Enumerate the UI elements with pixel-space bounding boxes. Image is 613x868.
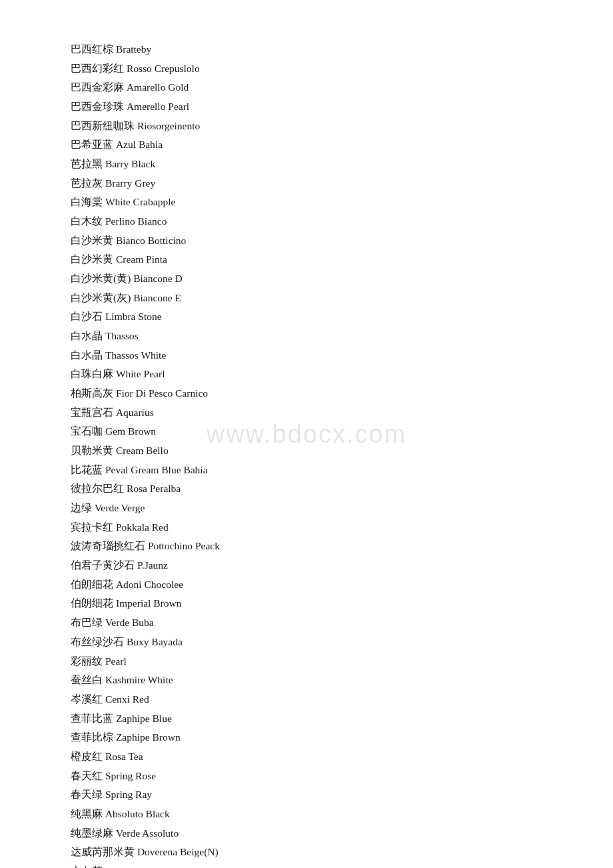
list-item: 岑溪红 Cenxi Red: [71, 690, 542, 709]
list-item: 春天红 Spring Rose: [71, 767, 542, 786]
list-item: 大白花 Big White Flower: [71, 862, 542, 868]
list-item: 白珠白麻 White Pearl: [71, 365, 542, 384]
list-item: 柏斯高灰 Fior Di Pesco Carnico: [71, 384, 542, 403]
list-item: 白沙石 Limbra Stone: [71, 307, 542, 327]
list-item: 巴西金彩麻 Amarello Gold: [71, 78, 542, 97]
list-item: 白沙米黄(黄) Biancone D: [71, 269, 542, 289]
list-item: 白海棠 White Crabapple: [71, 193, 542, 212]
list-item: 比花蓝 Peval Gream Blue Bahia: [71, 461, 542, 480]
list-item: 巴西新纽咖珠 Riosorgeinento: [71, 117, 542, 136]
list-item: 达威芮那米黄 Doverena Beige(N): [71, 843, 542, 862]
list-item: 纯墨绿麻 Verde Assoluto: [71, 824, 542, 843]
list-item: 橙皮红 Rosa Tea: [71, 747, 542, 767]
list-item: 巴希亚蓝 Azul Bahia: [71, 135, 542, 155]
list-item: 纯黑麻 Absoluto Black: [71, 805, 542, 824]
list-item: 白水晶 Thassos White: [71, 346, 542, 365]
list-item: 蚕丝白 Kashmire White: [71, 671, 542, 690]
list-item: 芭拉灰 Brarry Grey: [71, 174, 542, 193]
list-item: 巴西幻彩红 Rosso Crepuslolo: [71, 59, 542, 79]
list-item: 彩丽纹 Pearl: [71, 652, 542, 671]
list-item: 边绿 Verde Verge: [71, 499, 542, 518]
list-item: 波涛奇瑙挑红石 Pottochino Peack: [71, 537, 542, 556]
list-item: 白沙米黄(灰) Biancone E: [71, 289, 542, 308]
list-item: 巴西红棕 Bratteby: [71, 40, 542, 59]
list-item: 伯朗细花 Adoni Chocolee: [71, 575, 542, 595]
list-item: 宝石咖 Gem Brown: [71, 422, 542, 441]
list-item: 伯君子黄沙石 P.Jaunz: [71, 556, 542, 575]
list-item: 宝瓶宫石 Aquarius: [71, 403, 542, 423]
list-item: 布巴绿 Verde Buba: [71, 613, 542, 633]
list-item: 巴西金珍珠 Amerello Pearl: [71, 97, 542, 117]
list-item: 白水晶 Thassos: [71, 327, 542, 346]
content-list: 巴西红棕 Bratteby巴西幻彩红 Rosso Crepuslolo巴西金彩麻…: [71, 40, 542, 868]
list-item: 白沙米黄 Bianco Botticino: [71, 231, 542, 251]
list-item: 伯朗细花 Imperial Brown: [71, 594, 542, 613]
list-item: 春天绿 Spring Ray: [71, 785, 542, 805]
list-item: 白木纹 Perlino Bianco: [71, 212, 542, 231]
list-item: 查菲比棕 Zaphipe Brown: [71, 728, 542, 747]
list-item: 芭拉黑 Barry Black: [71, 155, 542, 174]
list-item: 布丝绿沙石 Buxy Bayada: [71, 633, 542, 652]
list-item: 贝勒米黄 Cream Bello: [71, 441, 542, 461]
list-item: 查菲比蓝 Zaphipe Blue: [71, 709, 542, 729]
list-item: 白沙米黄 Cream Pinta: [71, 250, 542, 269]
list-item: 宾拉卡红 Pokkala Red: [71, 518, 542, 537]
list-item: 彼拉尔巴红 Rosa Peralba: [71, 479, 542, 499]
